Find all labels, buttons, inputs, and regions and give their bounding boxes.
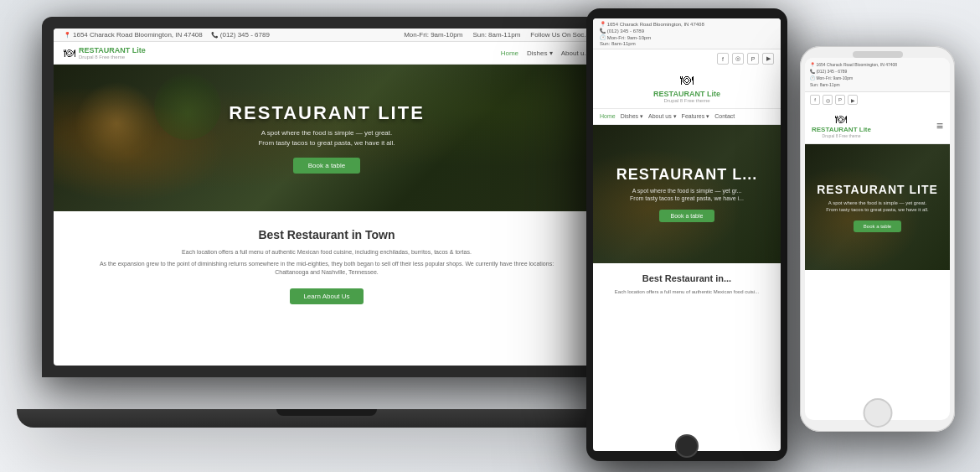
phone-body: 📍 1654 Charack Road Bloomington, IN 4740… [800,46,955,432]
phone-hero-sub2: From tasty tacos to great pasta, we have… [817,207,938,212]
phone-logo-icon: 🍽 [835,112,847,126]
laptop-nav-about[interactable]: About u... [561,49,590,57]
tablet-nav-dishes[interactable]: Dishes ▾ [621,113,643,120]
facebook-icon[interactable]: f [717,53,729,65]
phone-phone: 📞 (012) 345 - 6789 [810,68,945,75]
phone-hero-content: RESTAURANT LITE A spot where the food is… [810,183,945,232]
laptop-screen: 📍 1654 Charack Road Bloomington, IN 4740… [54,29,600,366]
laptop-hours-weekend: Sun: 8am-11pm [472,31,520,39]
phone-device: 📍 1654 Charack Road Bloomington, IN 4740… [800,46,955,432]
laptop-main-cta[interactable]: Learn About Us [290,288,363,304]
laptop-hero-cta[interactable]: Book a table [293,158,360,174]
tablet-topbar: 📍 1654 Charack Road Bloomington, IN 4740… [593,18,781,49]
tablet-main-title: Best Restaurant in... [601,273,772,283]
phone-home-button[interactable] [863,398,892,428]
laptop-logo: 🍽 RESTAURANT Lite Drupal 8 Free theme [64,46,146,60]
tablet-logo-name: RESTAURANT Lite [653,90,720,98]
phone-youtube-icon[interactable]: ▶ [848,95,858,105]
phone-pinterest-icon[interactable]: P [835,95,845,105]
instagram-icon[interactable]: ◎ [732,53,744,65]
phone-notch [853,51,903,58]
laptop-website: 📍 1654 Charack Road Bloomington, IN 4740… [54,29,600,366]
laptop-follow: Follow Us On Soc... [530,31,590,39]
laptop-hero-title: RESTAURANT LITE [229,102,425,124]
phone-hours-we: Sun: 8am-11pm [810,81,945,88]
pinterest-icon[interactable]: P [747,53,759,65]
laptop-nav-home[interactable]: Home [501,49,518,57]
phone-screen: 📍 1654 Charack Road Bloomington, IN 4740… [805,58,950,420]
phone-hero-cta[interactable]: Book a table [854,220,901,232]
laptop-hours-weekday: Mon-Fri: 9am-10pm [404,31,462,39]
tablet-hero-content: RESTAURANT L... A spot where the food is… [616,166,758,222]
logo-name-prefix: RESTAURANT [79,46,130,54]
phone-hero-sub1: A spot where the food is simple — yet gr… [817,200,938,205]
tablet-home-button[interactable] [675,434,699,458]
phone-topbar: 📍 1654 Charack Road Bloomington, IN 4740… [805,58,950,92]
tablet-logo-icon: 🍽 [680,73,694,88]
tablet-header: 🍽 RESTAURANT Lite Drupal 8 Free theme [593,68,781,109]
laptop-device: 📍 1654 Charack Road Bloomington, IN 4740… [42,17,611,428]
tablet-nav-home[interactable]: Home [600,113,616,120]
phone-logo: 🍽 RESTAURANT Lite Drupal 8 Free theme [812,112,871,138]
tablet-nav: Home Dishes ▾ About us ▾ Features ▾ Cont… [593,109,781,125]
logo-sub: Drupal 8 Free theme [79,54,146,60]
tablet-brand-prefix: RESTAURANT [653,90,704,98]
youtube-icon[interactable]: ▶ [762,53,774,65]
logo-text: RESTAURANT Lite Drupal 8 Free theme [79,46,146,60]
tablet-body: 📍 1654 Charack Road Bloomington, IN 4740… [586,8,787,461]
hero-food-herbs [154,73,221,140]
laptop-base [17,409,637,428]
laptop-phone-item: 📞 (012) 345 - 6789 [211,31,270,39]
tablet-main: Best Restaurant in... Each location offe… [593,263,781,305]
laptop-body: 📍 1654 Charack Road Bloomington, IN 4740… [42,17,611,377]
tablet-screen: 📍 1654 Charack Road Bloomington, IN 4740… [593,18,781,451]
tablet-hero-cta[interactable]: Book a table [659,210,715,222]
laptop-topbar: 📍 1654 Charack Road Bloomington, IN 4740… [54,29,600,42]
hamburger-menu-icon[interactable]: ≡ [936,119,943,132]
laptop-hero: RESTAURANT LITE A spot where the food is… [54,65,600,211]
laptop-topbar-left: 📍 1654 Charack Road Bloomington, IN 4740… [64,31,270,39]
laptop-main: Best Restaurant in Town Each location of… [54,211,600,321]
phone-instagram-icon[interactable]: ◎ [823,95,833,105]
tablet-device: 📍 1654 Charack Road Bloomington, IN 4740… [586,8,787,461]
laptop-address: 1654 Charack Road Bloomington, IN 47408 [73,31,203,39]
logo-name-suffix: Lite [132,46,146,54]
tablet-address: 📍 1654 Charack Road Bloomington, IN 4740… [600,21,704,27]
tablet-hours-we: Sun: 8am-11pm [600,41,704,46]
location-icon: 📍 [64,32,71,39]
laptop-hero-content: RESTAURANT LITE A spot where the food is… [229,102,425,174]
laptop-main-text2: As the expansion grew to the point of di… [87,260,566,277]
laptop-main-title: Best Restaurant in Town [87,228,566,241]
laptop-address-item: 📍 1654 Charack Road Bloomington, IN 4740… [64,31,203,39]
tablet-hero-sub2: From tasty tacos to great pasta, we have… [616,195,758,201]
laptop-nav-dishes[interactable]: Dishes ▾ [527,49,553,57]
tablet-nav-contact[interactable]: Contact [714,113,735,120]
hero-food-bowl [75,81,158,165]
phone-header: 🍽 RESTAURANT Lite Drupal 8 Free theme ≡ [805,107,950,144]
phone-facebook-icon[interactable]: f [810,95,820,105]
phone-address: 📍 1654 Charack Road Bloomington, IN 4740… [810,61,945,68]
scene: 📍 1654 Charack Road Bloomington, IN 4740… [0,0,980,472]
tablet-hours-wd: 🕐 Mon-Fri: 9am-10pm [600,34,704,40]
tablet-main-text: Each location offers a full menu of auth… [601,288,772,295]
tablet-hero: RESTAURANT L... A spot where the food is… [593,125,781,263]
tablet-logo-sub: Drupal 8 Free theme [663,98,709,103]
tablet-nav-features[interactable]: Features ▾ [682,113,710,120]
phone-social: f ◎ P ▶ [805,92,950,107]
laptop-nav: Home Dishes ▾ About u... [501,49,590,57]
tablet-hero-sub1: A spot where the food is simple — yet gr… [616,188,758,194]
phone-hero: RESTAURANT LITE A spot where the food is… [805,144,950,270]
phone-hours: 🕐 Mon-Fri: 9am-10pm [810,75,945,81]
laptop-header: 🍽 RESTAURANT Lite Drupal 8 Free theme Ho… [54,42,600,65]
phone-hero-title: RESTAURANT LITE [817,183,938,196]
tablet-phone: 📞 (012) 345 - 6789 [600,28,704,34]
phone-brand-prefix: RESTAURANT [812,126,858,133]
phone-brand-suffix: Lite [859,126,871,133]
phone-logo-sub: Drupal 8 Free theme [823,133,861,138]
tablet-nav-about[interactable]: About us ▾ [648,113,677,120]
laptop-hero-sub1: A spot where the food is simple — yet gr… [229,129,425,137]
laptop-hero-sub2: From tasty tacos to great pasta, we have… [229,139,425,147]
phone-logo-name: RESTAURANT Lite [812,126,871,133]
laptop-main-text1: Each location offers a full menu of auth… [87,248,566,257]
laptop-phone: (012) 345 - 6789 [220,31,270,39]
